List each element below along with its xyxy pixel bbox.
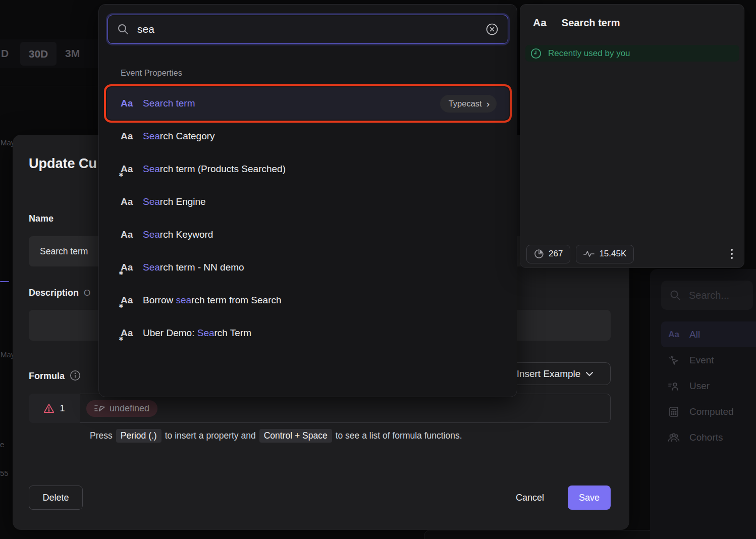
stat-pill[interactable]: 267 (526, 245, 570, 263)
custom-asterisk: ✱ (119, 172, 123, 178)
pie-chart-icon (534, 249, 544, 259)
property-list-item[interactable]: Aa✱Borrow search term from Search (107, 284, 509, 316)
event-icon (667, 354, 680, 366)
property-list-item[interactable]: AaSearch Engine (107, 186, 509, 218)
divider (0, 86, 98, 86)
property-name: Search Category (143, 131, 497, 142)
property-list-item[interactable]: Aa✱Search term (Products Searched) (107, 153, 509, 185)
property-name: Borrow search term from Search (143, 295, 497, 306)
details-footer: 26715.45K (520, 240, 744, 267)
sidebar-item-user[interactable]: User (661, 373, 756, 399)
delete-button[interactable]: Delete (29, 486, 83, 510)
background-card-fragment (424, 530, 654, 539)
property-list-item[interactable]: AaSearch Category (107, 120, 509, 152)
typecast-button[interactable]: Typecast› (440, 95, 497, 113)
cohorts-icon (667, 432, 680, 443)
custom-property-type-icon: Aa✱ (121, 262, 135, 273)
chart-tick-label: 55 (0, 469, 9, 477)
user-icon (667, 380, 680, 392)
custom-property-type-icon: Aa✱ (121, 328, 135, 339)
tab-30d[interactable]: 30D (20, 42, 57, 66)
text-type-icon: Aa (121, 229, 135, 240)
property-list-item[interactable]: Aa✱Uber Demo: Search Term (107, 317, 509, 349)
custom-asterisk: ✱ (119, 270, 123, 277)
sidebar-item-all[interactable]: AaAll (661, 321, 756, 347)
property-list-item[interactable]: AaSearch termTypecast› (107, 87, 509, 120)
details-title: Search term (562, 17, 620, 29)
stat-pill[interactable]: 15.45K (576, 245, 634, 263)
clock-icon (530, 47, 542, 60)
name-label: Name (29, 213, 53, 224)
text-type-icon: Aa (667, 330, 680, 340)
property-list: AaSearch termTypecast›AaSearch CategoryA… (99, 87, 517, 350)
chevron-down-icon (585, 371, 593, 376)
search-icon (117, 23, 129, 35)
kbd-control-space: Control + Space (259, 429, 332, 443)
sidebar-item-label: All (689, 329, 700, 340)
error-count: 1 (60, 403, 65, 414)
save-button[interactable]: Save (568, 486, 611, 510)
stat-value: 15.45K (599, 249, 626, 259)
info-icon[interactable] (70, 370, 81, 381)
optional-fragment: O (84, 288, 90, 298)
property-details-panel: Aa Search term Recently used by you 2671… (520, 4, 744, 268)
custom-property-type-icon: Aa✱ (121, 295, 135, 306)
custom-asterisk: ✱ (119, 336, 123, 342)
text-type-icon: Aa (533, 17, 547, 29)
formula-property-icon (94, 404, 105, 412)
formula-error-gutter: 1 (29, 394, 80, 423)
chart-line-fragment (0, 281, 9, 282)
modal-title: Update Cu (29, 156, 97, 172)
more-options-icon[interactable] (726, 246, 738, 262)
stat-value: 267 (549, 249, 563, 259)
chevron-right-icon: › (487, 99, 490, 109)
tab-7d-fragment[interactable]: D (1, 47, 9, 60)
cancel-button[interactable]: Cancel (505, 486, 555, 510)
property-type-sidebar: AaAllEventUserComputedCohorts (650, 269, 756, 539)
sidebar-item-label: Event (689, 355, 714, 366)
undefined-property-chip[interactable]: undefined (86, 400, 157, 417)
property-name: Search term (143, 98, 432, 109)
property-list-item[interactable]: AaSearch Keyword (107, 219, 509, 251)
property-search-box[interactable] (107, 15, 508, 44)
warning-icon (43, 403, 55, 413)
formula-label: Formula (29, 370, 81, 382)
property-name: Search Keyword (143, 229, 497, 240)
property-name: Uber Demo: Search Term (143, 328, 497, 339)
formula-hint: Press Period (.) to insert a property an… (90, 429, 462, 443)
property-name: Search term - NN demo (143, 262, 497, 273)
sidebar-item-label: Computed (689, 406, 734, 417)
computed-icon (667, 406, 680, 418)
sidebar-item-cohorts[interactable]: Cohorts (661, 424, 756, 450)
formula-input[interactable]: undefined (80, 394, 611, 423)
sidebar-item-label: Cohorts (689, 432, 723, 443)
sidebar-item-label: User (689, 381, 710, 392)
sidebar-item-event[interactable]: Event (661, 347, 756, 373)
chart-text-fragment: e (0, 440, 4, 449)
property-name: Search term (Products Searched) (143, 164, 497, 175)
sidebar-search[interactable] (661, 281, 753, 310)
custom-asterisk: ✱ (119, 303, 123, 309)
property-search-dropdown: Event Properties AaSearch termTypecast›A… (98, 4, 517, 397)
property-list-item[interactable]: Aa✱Search term - NN demo (107, 251, 509, 284)
sidebar-filter-list: AaAllEventUserComputedCohorts (661, 321, 756, 450)
tab-3m[interactable]: 3M (65, 47, 80, 60)
details-header: Aa Search term (533, 17, 620, 29)
sidebar-search-input[interactable] (688, 289, 738, 302)
kbd-period: Period (.) (116, 429, 161, 443)
text-type-icon: Aa (121, 196, 135, 207)
property-search-input[interactable] (136, 23, 478, 36)
section-header: Event Properties (121, 68, 182, 78)
clear-search-icon[interactable] (485, 23, 499, 36)
search-icon (670, 290, 681, 301)
description-label: DescriptionO (29, 288, 90, 298)
recently-used-badge: Recently used by you (525, 45, 739, 62)
pulse-icon (583, 250, 595, 258)
sidebar-item-computed[interactable]: Computed (661, 399, 756, 424)
text-type-icon: Aa (121, 98, 135, 109)
app-root: D 30D 3M May May e 55 Update Cu Name Des… (0, 0, 756, 539)
property-name: Search Engine (143, 196, 497, 207)
text-type-icon: Aa (121, 131, 135, 142)
time-range-strip: D 30D 3M (0, 39, 98, 68)
custom-property-type-icon: Aa✱ (121, 164, 135, 175)
